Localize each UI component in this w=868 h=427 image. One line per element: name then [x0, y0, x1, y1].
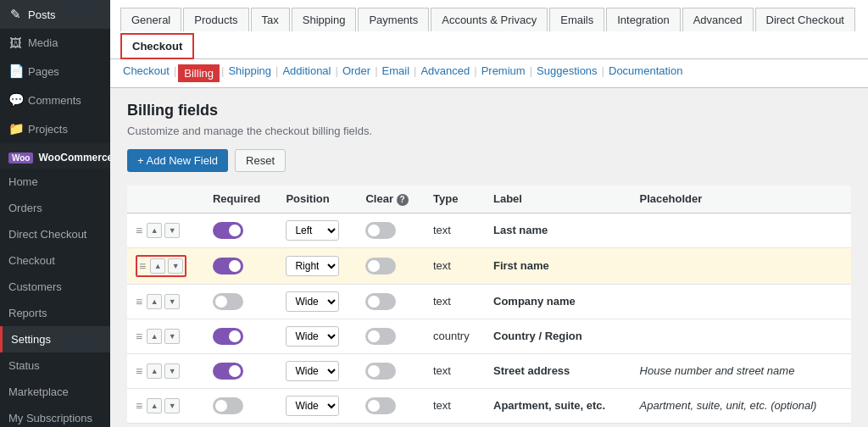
toggle-off[interactable] — [213, 397, 243, 414]
label-cell: Last name — [485, 213, 632, 247]
tab-shipping[interactable]: Shipping — [292, 8, 357, 31]
placeholder-cell: Apartment, suite, unit, etc. (optional) — [632, 388, 851, 423]
toggle-off[interactable] — [365, 258, 396, 274]
position-select[interactable]: Left Right Wide — [286, 326, 339, 347]
row-controls: ≡ ▲ ▼ — [136, 329, 196, 344]
move-down-button[interactable]: ▼ — [164, 294, 180, 309]
tab-emails[interactable]: Emails — [549, 8, 604, 31]
drag-handle[interactable]: ≡ — [139, 259, 146, 273]
sidebar-item-woo-status[interactable]: Status — [0, 352, 110, 379]
placeholder-cell — [632, 247, 851, 284]
subtab-shipping[interactable]: Shipping — [225, 64, 274, 82]
position-select[interactable]: Left Right Wide — [286, 220, 339, 241]
tab-direct-checkout[interactable]: Direct Checkout — [755, 8, 855, 31]
move-up-button[interactable]: ▲ — [147, 329, 162, 344]
placeholder-cell: House number and street name — [632, 353, 851, 388]
placeholder-cell — [632, 213, 851, 247]
toggle-off[interactable] — [365, 222, 396, 239]
sidebar-item-media[interactable]: 🖼 Media — [0, 29, 110, 57]
move-up-button[interactable]: ▲ — [147, 363, 162, 379]
woo-label: WooCommerce — [38, 152, 110, 164]
sidebar-item-woo-checkout[interactable]: Checkout — [0, 247, 110, 274]
toggle-off[interactable] — [365, 328, 396, 345]
label-cell: Company name — [485, 284, 632, 319]
drag-handle[interactable]: ≡ — [136, 295, 142, 308]
highlighted-controls: ≡ ▲ ▼ — [136, 255, 186, 277]
move-up-button[interactable]: ▲ — [147, 398, 162, 413]
tab-payments[interactable]: Payments — [358, 8, 429, 31]
col-required: Required — [204, 186, 278, 213]
position-select[interactable]: Left Right Wide — [286, 291, 339, 312]
subtab-advanced[interactable]: Advanced — [418, 64, 472, 82]
col-placeholder: Placeholder — [632, 186, 851, 213]
subtab-checkout[interactable]: Checkout — [120, 64, 172, 82]
move-up-button[interactable]: ▲ — [147, 294, 162, 309]
row-controls: ≡ ▲ ▼ — [136, 398, 196, 413]
toggle-on[interactable] — [213, 363, 243, 380]
subtab-order[interactable]: Order — [340, 64, 373, 82]
sidebar-item-comments[interactable]: 💬 Comments — [0, 86, 110, 114]
pages-icon: 📄 — [8, 64, 22, 79]
drag-handle[interactable]: ≡ — [136, 330, 142, 343]
subtab-suggestions[interactable]: Suggestions — [534, 64, 600, 82]
position-select[interactable]: Left Right Wide — [286, 396, 339, 416]
label-cell: Country / Region — [485, 319, 632, 353]
sidebar-item-woo-customers[interactable]: Customers — [0, 274, 110, 300]
subtab-additional[interactable]: Additional — [280, 64, 333, 82]
toggle-off[interactable] — [213, 293, 243, 310]
sidebar-item-projects[interactable]: 📁 Projects — [0, 114, 110, 143]
toggle-on[interactable] — [213, 222, 243, 239]
move-down-button[interactable]: ▼ — [168, 258, 183, 274]
tab-products[interactable]: Products — [183, 8, 248, 31]
woocommerce-section[interactable]: Woo WooCommerce — [0, 143, 110, 169]
row-controls: ≡ ▲ ▼ — [136, 363, 196, 379]
col-clear: Clear ? — [357, 186, 425, 213]
drag-handle[interactable]: ≡ — [136, 399, 142, 413]
sidebar-item-woo-marketplace[interactable]: Marketplace — [0, 379, 110, 405]
toggle-on[interactable] — [213, 328, 243, 345]
drag-handle[interactable]: ≡ — [136, 224, 142, 237]
move-down-button[interactable]: ▼ — [164, 363, 180, 379]
toggle-off[interactable] — [365, 293, 396, 310]
add-new-field-button[interactable]: + Add New Field — [127, 149, 228, 172]
toggle-on[interactable] — [213, 258, 243, 274]
reset-button[interactable]: Reset — [235, 149, 286, 172]
clear-help-icon[interactable]: ? — [397, 194, 409, 206]
move-down-button[interactable]: ▼ — [164, 398, 180, 413]
page-title: Billing fields — [127, 102, 851, 119]
subtab-documentation[interactable]: Documentation — [606, 64, 685, 82]
row-controls: ≡ ▲ ▼ — [136, 223, 196, 238]
move-down-button[interactable]: ▼ — [164, 329, 180, 344]
position-select[interactable]: Left Right Wide — [286, 256, 339, 276]
move-up-button[interactable]: ▲ — [147, 223, 162, 238]
tab-integration[interactable]: Integration — [606, 8, 680, 31]
tab-checkout[interactable]: Checkout — [120, 33, 194, 59]
toggle-off[interactable] — [365, 397, 396, 414]
position-select[interactable]: Left Right Wide — [286, 361, 339, 381]
subtab-email[interactable]: Email — [380, 64, 413, 82]
toggle-off[interactable] — [365, 363, 396, 380]
type-cell: text — [425, 388, 485, 423]
sidebar-item-woo-home[interactable]: Home — [0, 169, 110, 195]
move-up-button[interactable]: ▲ — [150, 258, 165, 274]
drag-handle[interactable]: ≡ — [136, 364, 142, 378]
tab-advanced[interactable]: Advanced — [682, 8, 754, 31]
sidebar-item-woo-direct-checkout[interactable]: Direct Checkout — [0, 221, 110, 247]
tab-general[interactable]: General — [120, 8, 181, 31]
tab-tax[interactable]: Tax — [251, 8, 290, 31]
tab-accounts-privacy[interactable]: Accounts & Privacy — [431, 8, 548, 31]
sidebar-item-pages[interactable]: 📄 Pages — [0, 57, 110, 86]
sidebar-item-woo-subscriptions[interactable]: My Subscriptions — [0, 405, 110, 427]
subtab-premium[interactable]: Premium — [479, 64, 528, 82]
sidebar-item-woo-orders[interactable]: Orders — [0, 195, 110, 221]
top-tabs: General Products Tax Shipping Payments A… — [110, 0, 868, 59]
move-down-button[interactable]: ▼ — [164, 223, 180, 238]
type-cell: country — [425, 319, 485, 353]
type-cell: text — [425, 213, 485, 247]
col-type: Type — [425, 186, 485, 213]
page-description: Customize and manage the checkout billin… — [127, 125, 851, 137]
subtab-billing[interactable]: Billing — [178, 64, 220, 82]
sidebar-item-posts[interactable]: ✎ Posts — [0, 0, 110, 29]
sidebar-item-woo-settings[interactable]: Settings — [0, 326, 110, 352]
sidebar-item-woo-reports[interactable]: Reports — [0, 300, 110, 326]
